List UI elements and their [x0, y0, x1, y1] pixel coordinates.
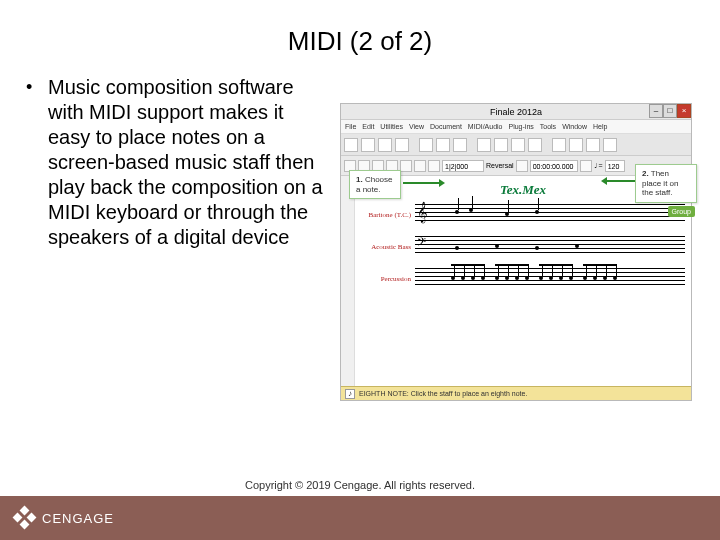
pb-skip-fwd-icon[interactable]: [428, 160, 440, 172]
measure-counter[interactable]: 1|2|000: [442, 160, 484, 172]
arrow-icon: [605, 180, 635, 182]
menu-window[interactable]: Window: [562, 123, 587, 130]
tool-expression-icon[interactable]: [528, 138, 542, 152]
tool-stop-icon[interactable]: [436, 138, 450, 152]
instrument-label: Percussion: [361, 275, 415, 283]
menu-tools[interactable]: Tools: [540, 123, 556, 130]
tool-repeat-icon[interactable]: [552, 138, 566, 152]
tool-text-icon[interactable]: [477, 138, 491, 152]
cengage-logo-icon: [14, 507, 36, 529]
staff-baritone[interactable]: 𝄞: [415, 204, 685, 226]
score-ruler: [341, 176, 355, 386]
tool-note-icon[interactable]: [361, 138, 375, 152]
content-area: • Music composition software with MIDI s…: [0, 75, 720, 401]
toolbar-main: [341, 134, 691, 156]
slide-title: MIDI (2 of 2): [0, 0, 720, 75]
copyright-line: Copyright © 2019 Cengage. All rights res…: [0, 474, 720, 496]
tool-rest-icon[interactable]: [378, 138, 392, 152]
brand-text: CENGAGE: [42, 511, 114, 526]
tool-zoom-icon[interactable]: [603, 138, 617, 152]
callout-number: 2.: [642, 169, 649, 178]
tool-measure-icon[interactable]: [569, 138, 583, 152]
menu-midi-audio[interactable]: MIDI/Audio: [468, 123, 503, 130]
menu-edit[interactable]: Edit: [362, 123, 374, 130]
pb-pause-icon[interactable]: [400, 160, 412, 172]
app-window: Finale 2012a – □ × File Edit Utilities V…: [340, 103, 692, 401]
arrow-icon: [403, 182, 441, 184]
time-field[interactable]: 00:00:00.000: [530, 160, 578, 172]
status-text: EIGHTH NOTE: Click the staff to place an…: [359, 387, 527, 401]
eighth-note-icon: ♪: [345, 389, 355, 399]
staff-row-bass: Acoustic Bass 𝄢: [361, 236, 685, 258]
bpm-field[interactable]: 120: [605, 160, 625, 172]
bullet-text: Music composition software with MIDI sup…: [48, 75, 326, 250]
staff-row-baritone: Baritone (T.C.) 𝄞: [361, 204, 685, 226]
staff-row-percussion: Percussion: [361, 268, 685, 290]
pb-forward-icon[interactable]: [414, 160, 426, 172]
score-area: Tex.Mex Baritone (T.C.) 𝄞: [341, 176, 691, 386]
tool-tuplet-icon[interactable]: [395, 138, 409, 152]
menu-help[interactable]: Help: [593, 123, 607, 130]
status-bar: ♪ EIGHTH NOTE: Click the staff to place …: [341, 386, 691, 400]
menu-file[interactable]: File: [345, 123, 356, 130]
tool-play-icon[interactable]: [419, 138, 433, 152]
bullet-item: • Music composition software with MIDI s…: [26, 75, 326, 250]
staff-bass[interactable]: 𝄢: [415, 236, 685, 258]
tool-arrow-icon[interactable]: [344, 138, 358, 152]
close-button[interactable]: ×: [677, 104, 691, 118]
menu-plugins[interactable]: Plug-ins: [508, 123, 533, 130]
score-main[interactable]: Tex.Mex Baritone (T.C.) 𝄞: [355, 176, 691, 386]
bullet-dot-icon: •: [26, 75, 48, 99]
callout-place-staff: 2. Then place it on the staff.: [635, 164, 697, 203]
bass-clef-icon: 𝄢: [417, 236, 426, 252]
tool-record-icon[interactable]: [453, 138, 467, 152]
screenshot-column: Finale 2012a – □ × File Edit Utilities V…: [340, 103, 694, 401]
titlebar: Finale 2012a – □ ×: [341, 104, 691, 120]
instrument-label: Acoustic Bass: [361, 243, 415, 251]
reversal-label: Reversal: [486, 162, 514, 169]
staff-percussion[interactable]: [415, 268, 685, 290]
callout-number: 1.: [356, 175, 363, 184]
menu-utilities[interactable]: Utilities: [380, 123, 403, 130]
minimize-button[interactable]: –: [649, 104, 663, 118]
tempo-icon[interactable]: [580, 160, 592, 172]
pb-loop-icon[interactable]: [516, 160, 528, 172]
maximize-button[interactable]: □: [663, 104, 677, 118]
treble-clef-icon: 𝄞: [417, 202, 428, 223]
menu-view[interactable]: View: [409, 123, 424, 130]
callout-choose-note: 1. Choose a note.: [349, 170, 401, 199]
group-tab[interactable]: Group: [668, 206, 695, 217]
copyright-text: Copyright © 2019 Cengage. All rights res…: [245, 479, 475, 491]
footer-bar: CENGAGE: [0, 496, 720, 540]
menu-document[interactable]: Document: [430, 123, 462, 130]
tool-chord-icon[interactable]: [511, 138, 525, 152]
instrument-label: Baritone (T.C.): [361, 211, 415, 219]
menu-bar: File Edit Utilities View Document MIDI/A…: [341, 120, 691, 134]
window-buttons: – □ ×: [649, 104, 691, 120]
brand: CENGAGE: [0, 507, 114, 529]
text-column: • Music composition software with MIDI s…: [26, 75, 326, 401]
tool-lyric-icon[interactable]: [494, 138, 508, 152]
tool-staff-icon[interactable]: [586, 138, 600, 152]
window-title: Finale 2012a: [490, 107, 542, 117]
